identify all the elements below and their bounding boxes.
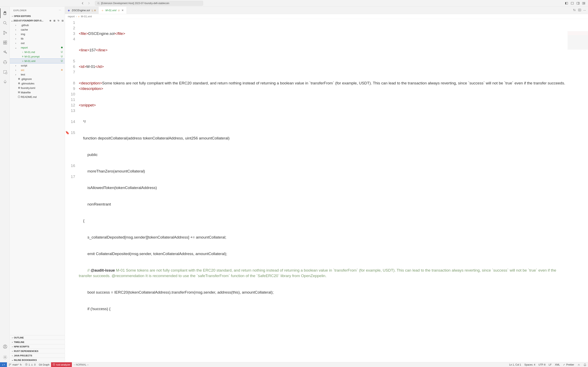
tree-item-.github[interactable]: ›.github [10,23,65,27]
tree-item-src[interactable]: ›src [10,68,65,72]
nav-forward-button[interactable] [87,1,91,5]
breadcrumb[interactable]: report › ⟐ M-01.xml [65,14,588,19]
tree-item-.gitmodules[interactable]: ⚙.gitmodules [10,81,65,86]
activity-graph[interactable] [0,57,10,67]
collapse-icon[interactable]: ⊟ [61,19,64,22]
explorer-title: EXPLORER [13,9,26,12]
status-bar: main*↻ ⓧ1⚠0 Git Graph ⓧrust-analyzer -- … [0,362,588,367]
tree-item-test[interactable]: ›test [10,72,65,77]
section-rust[interactable]: ›RUST DEPENDENCIES [10,349,65,353]
tree-item-M-01.xml[interactable]: ⟐M-01.xmlU [10,59,65,63]
svg-rect-7 [582,2,584,4]
breadcrumb-folder[interactable]: report [68,15,75,18]
git-branch[interactable]: main*↻ [7,362,24,367]
remote-button[interactable] [0,362,7,367]
svg-point-0 [98,2,99,4]
section-outline[interactable]: ›OUTLINE [10,335,65,340]
tree-item-M-01.prompt[interactable]: ≡M-01.promptU [10,54,65,59]
activity-explorer[interactable] [0,8,10,18]
new-file-icon[interactable]: ⊕ [48,19,52,22]
rust-analyzer-status[interactable]: ⓧrust-analyzer [51,362,72,367]
xml-icon: ⟐ [78,15,80,18]
split-editor-icon[interactable] [578,8,581,12]
editor-area: ◆DSCEngine.sol1, M⟐M-01.xmlU✕ ⋯ report ›… [65,7,588,362]
svg-rect-16 [5,43,7,44]
tabs: ◆DSCEngine.sol1, M⟐M-01.xmlU✕ ⋯ [65,7,588,14]
section-java[interactable]: ›JAVA PROJECTS [10,353,65,358]
activity-accounts[interactable] [0,342,10,351]
code-content[interactable]: <file>DSCEngine.sol</file> <line>157</li… [79,19,588,362]
activity-terraform[interactable] [0,48,10,57]
svg-point-25 [4,345,6,347]
tree-item-cache[interactable]: ›cache [10,27,65,32]
command-center-label: [Extension Development Host] 2023-07-fou… [101,2,169,5]
svg-point-31 [10,364,11,364]
svg-point-19 [5,60,6,61]
svg-rect-8 [584,2,585,3]
activity-run-ext[interactable] [0,67,10,77]
vim-mode: -- NORMAL -- [72,362,90,367]
svg-point-13 [6,33,7,33]
tab-DSCEngine.sol[interactable]: ◆DSCEngine.sol1, M [65,7,99,14]
section-timeline[interactable]: ›TIMELINE [10,340,65,344]
tree-item-Makefile[interactable]: MMakefile [10,90,65,95]
svg-rect-17 [5,41,7,42]
encoding[interactable]: UTF-8 [537,363,547,366]
layout-panel-icon[interactable] [570,1,575,6]
svg-point-29 [9,364,10,364]
tab-M-01.xml[interactable]: ⟐M-01.xmlU✕ [99,7,127,14]
layout-sidebar-left-icon[interactable] [564,1,569,6]
tree-item-img[interactable]: ›img [10,32,65,36]
line-numbers: 1234567891011121314151617 [65,19,79,362]
activity-eth[interactable] [0,77,10,87]
indentation[interactable]: Spaces: 4 [523,363,537,366]
section-npm[interactable]: ›NPM SCRIPTS [10,344,65,349]
activity-source-control[interactable] [0,28,10,38]
problems[interactable]: ⓧ1⚠0 [24,362,37,367]
command-center[interactable]: [Extension Development Host] 2023-07-fou… [95,1,203,6]
tree-item-report[interactable]: ⌄report [10,45,65,50]
tree-item-out[interactable]: ›out [10,41,65,45]
tree-item-README.md[interactable]: ⓘREADME.md [10,95,65,99]
tab-more-icon[interactable]: ⋯ [583,9,586,12]
refresh-icon[interactable]: ↻ [57,19,60,22]
nav-back-button[interactable] [81,1,85,5]
tree-item-M-01.md[interactable]: ↓M-01.mdU [10,50,65,54]
git-graph-button[interactable]: Git Graph [37,362,51,367]
tree-item-.gitignore[interactable]: ⚙.gitignore [10,77,65,81]
language-mode[interactable]: XML [553,363,562,366]
activity-settings[interactable] [0,352,10,362]
section-project[interactable]: ⌄2023-07-FOUNDRY-DEFI-S... ⊕ ⊞ ↻ ⊟ [10,18,65,23]
layout-customize-icon[interactable] [581,1,586,6]
activity-extensions[interactable] [0,38,10,48]
svg-point-12 [3,34,4,35]
svg-rect-9 [584,3,585,4]
notifications-icon[interactable] [582,363,588,366]
tree-item-foundry.toml[interactable]: ⚙foundry.toml [10,86,65,90]
minimap[interactable] [568,31,588,50]
tree-item-lib[interactable]: ›lib [10,36,65,41]
layout-sidebar-right-icon[interactable] [576,1,580,6]
titlebar: [Extension Development Host] 2023-07-fou… [0,0,588,7]
svg-rect-6 [579,2,579,4]
cursor-position[interactable]: Ln 1, Col 1 [508,363,523,366]
section-open-editors[interactable]: ›OPEN EDITORS [10,14,65,18]
activity-bar [0,7,10,362]
section-bookmarks[interactable]: ⌄INLINE BOOKMARKS [10,358,65,362]
bookmark-icon[interactable]: 🔖 [65,131,69,134]
tree-item-script[interactable]: ›script [10,63,65,68]
svg-point-10 [3,21,6,24]
code-editor[interactable]: 🔖 1234567891011121314151617 <file>DSCEng… [65,19,588,362]
svg-rect-5 [577,2,579,4]
new-folder-icon[interactable]: ⊞ [52,19,56,22]
svg-point-26 [4,357,6,358]
explorer-sidebar: EXPLORER ⋯ ›OPEN EDITORS ⌄2023-07-FOUNDR… [10,7,65,362]
activity-search[interactable] [0,18,10,28]
prettier-status[interactable]: ✓Prettier [562,363,576,366]
breadcrumb-file[interactable]: M-01.xml [81,15,92,18]
explorer-more-icon[interactable]: ⋯ [59,9,61,12]
eol[interactable]: LF [547,363,553,366]
tab-close-icon[interactable]: ✕ [121,9,124,12]
feedback-icon[interactable] [576,363,582,366]
compare-changes-icon[interactable] [573,8,576,12]
